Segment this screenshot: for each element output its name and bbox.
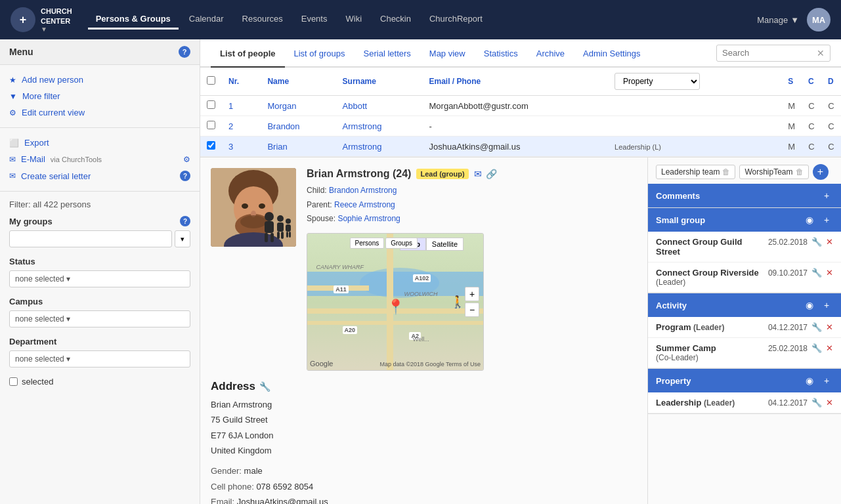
row-name-link-2[interactable]: Brandon (267, 121, 299, 131)
row-checkbox-2[interactable] (207, 121, 215, 129)
serial-letter-help-icon[interactable]: ? (180, 171, 190, 181)
map-zoom-in-button[interactable]: + (465, 287, 479, 301)
tab-admin-settings[interactable]: Admin Settings (574, 39, 649, 68)
add-new-person-button[interactable]: ★ Add new person (9, 72, 190, 88)
logo-dropdown-icon[interactable]: ▼ (41, 26, 72, 33)
groups-dropdown-button[interactable]: ▾ (175, 230, 190, 247)
person-link-icon[interactable]: 🔗 (486, 169, 497, 179)
table-row[interactable]: 2 Brandon Armstrong - M C C (200, 116, 841, 136)
activity-edit-icon-2[interactable]: 🔧 (811, 343, 822, 353)
email-button[interactable]: ✉ E-Mail via ChurchTools ⚙ (9, 151, 190, 167)
row-checkbox-3[interactable] (207, 141, 215, 150)
tab-map-view[interactable]: Map view (420, 39, 475, 68)
my-groups-help-icon[interactable]: ? (180, 216, 190, 226)
satellite-view-button[interactable]: Satellite (426, 238, 464, 251)
property-select[interactable]: Property (615, 73, 700, 90)
tab-statistics[interactable]: Statistics (475, 39, 527, 68)
row-email-1: MorganAbbott@gustr.com (423, 96, 609, 116)
surname-sort-link[interactable]: Surname (343, 77, 376, 86)
email-sort-link[interactable]: Email / Phone (429, 77, 481, 86)
activity-edit-icon-1[interactable]: 🔧 (811, 322, 822, 332)
tag-worship-delete[interactable]: 🗑 (796, 167, 804, 177)
department-select[interactable]: none selected ▾ (9, 350, 190, 368)
persons-overlay-button[interactable]: Persons (350, 238, 385, 249)
email-settings-icon[interactable]: ⚙ (183, 155, 190, 164)
activity-delete-icon-2[interactable]: ✕ (826, 343, 833, 353)
table-row[interactable]: 3 Brian Armstrong JoshuaAtkins@gmail.us … (200, 136, 841, 157)
groups-overlay-button[interactable]: Groups (385, 238, 418, 249)
campus-select[interactable]: none selected ▾ (9, 310, 190, 327)
address-edit-icon[interactable]: 🔧 (259, 381, 270, 392)
row-name-link-3[interactable]: Brian (267, 142, 287, 152)
small-group-edit-icon-1[interactable]: 🔧 (811, 237, 822, 247)
svg-rect-10 (265, 221, 274, 233)
map-overlay-buttons: Persons Groups (350, 238, 418, 249)
nav-item-wiki[interactable]: Wiki (337, 10, 370, 30)
row-surname-link-1[interactable]: Abbott (343, 101, 368, 111)
nav-item-resources[interactable]: Resources (234, 10, 291, 30)
nav-item-churchreport[interactable]: ChurchReport (421, 10, 490, 30)
groups-select[interactable] (9, 230, 172, 247)
row-surname-link-3[interactable]: Armstrong (343, 142, 382, 152)
col-header-d: D (821, 68, 841, 96)
create-serial-letter-button[interactable]: ✉ Create serial letter ? (9, 167, 190, 184)
small-group-add-icon[interactable]: + (820, 213, 833, 226)
small-group-edit-icon-2[interactable]: 🔧 (811, 268, 822, 278)
nav-item-persons-groups[interactable]: Persons & Groups (88, 10, 179, 30)
street-view-icon[interactable]: 🚶 (450, 295, 465, 309)
activity-delete-icon-1[interactable]: ✕ (826, 322, 833, 332)
search-clear-icon[interactable]: ✕ (817, 48, 825, 58)
col-header-email[interactable]: Email / Phone (423, 68, 609, 96)
more-filter-button[interactable]: ▼ More filter (9, 88, 190, 104)
edit-current-view-button[interactable]: ⚙ Edit current view (9, 104, 190, 121)
spouse-link[interactable]: Sophie Armstrong (337, 214, 400, 223)
small-group-collapse-icon[interactable]: ◉ (803, 213, 816, 226)
small-group-delete-icon-1[interactable]: ✕ (826, 237, 833, 247)
parent-link[interactable]: Reece Armstrong (334, 200, 395, 209)
row-nr-link-1[interactable]: 1 (228, 101, 233, 111)
row-s-1: M (781, 96, 802, 116)
col-header-surname[interactable]: Surname (336, 68, 423, 96)
map-zoom-out-button[interactable]: − (465, 303, 479, 317)
tag-leadership-delete[interactable]: 🗑 (722, 167, 730, 177)
logo-area[interactable]: + CHURCHCENTER ▼ (11, 7, 72, 33)
nav-item-checkin[interactable]: Checkin (372, 10, 419, 30)
nav-item-events[interactable]: Events (293, 10, 335, 30)
row-name-link-1[interactable]: Morgan (267, 101, 296, 111)
name-sort-link[interactable]: Name (267, 77, 289, 86)
manage-button[interactable]: Manage ▼ (757, 15, 799, 25)
export-button[interactable]: ⬜ Export (9, 135, 190, 151)
activity-name-2: Summer Camp (656, 343, 716, 353)
add-group-tag-button[interactable]: + (813, 164, 829, 180)
nav-item-calendar[interactable]: Calendar (181, 10, 232, 30)
tab-list-of-people[interactable]: List of people (211, 39, 285, 68)
map-container[interactable]: A11 A102 A20 A2 CANARY WHARF WOOLWICH We… (307, 233, 484, 371)
table-row[interactable]: 1 Morgan Abbott MorganAbbott@gustr.com M… (200, 96, 841, 116)
selected-checkbox[interactable] (9, 377, 18, 386)
property-add-icon[interactable]: + (820, 374, 833, 387)
row-surname-link-2[interactable]: Armstrong (343, 121, 382, 131)
row-nr-2: 2 (222, 116, 261, 136)
sidebar-help-icon[interactable]: ? (179, 46, 190, 58)
activity-item-1-right: 04.12.2017 🔧 ✕ (768, 322, 833, 332)
message-icon[interactable]: ✉ (474, 169, 482, 179)
property-collapse-icon[interactable]: ◉ (803, 374, 816, 387)
row-nr-link-3[interactable]: 3 (228, 142, 233, 152)
user-avatar[interactable]: MA (807, 8, 830, 32)
col-header-name[interactable]: Name (261, 68, 335, 96)
property-delete-icon-1[interactable]: ✕ (826, 398, 833, 408)
status-select[interactable]: none selected ▾ (9, 270, 190, 287)
select-all-checkbox[interactable] (207, 76, 215, 85)
search-input[interactable] (722, 48, 814, 58)
small-group-delete-icon-2[interactable]: ✕ (826, 268, 833, 278)
child-link[interactable]: Brandon Armstrong (329, 186, 397, 195)
activity-collapse-icon[interactable]: ◉ (803, 299, 816, 312)
activity-add-icon[interactable]: + (820, 299, 833, 312)
comments-add-icon[interactable]: + (820, 189, 833, 202)
tab-serial-letters[interactable]: Serial letters (355, 39, 420, 68)
property-edit-icon-1[interactable]: 🔧 (811, 398, 822, 408)
row-nr-link-2[interactable]: 2 (228, 121, 233, 131)
row-checkbox-1[interactable] (207, 100, 215, 109)
tab-list-of-groups[interactable]: List of groups (285, 39, 355, 68)
tab-archive[interactable]: Archive (527, 39, 574, 68)
